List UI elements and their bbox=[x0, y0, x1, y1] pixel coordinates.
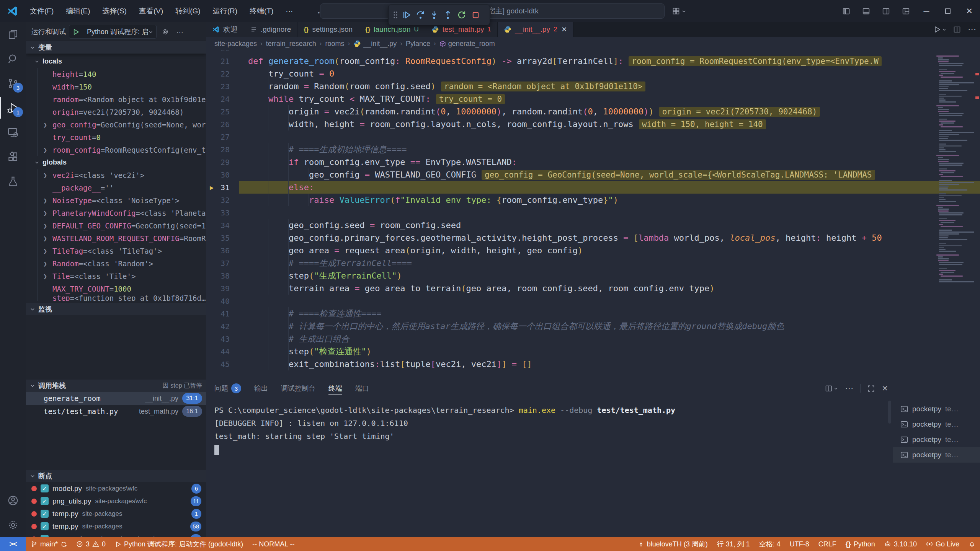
code-line[interactable]: 37# ====生成TerrainCell==== bbox=[206, 257, 980, 269]
minimap[interactable] bbox=[935, 51, 973, 379]
line-number[interactable]: 34 bbox=[206, 219, 239, 231]
line-number[interactable]: 33 bbox=[206, 206, 239, 219]
line-number[interactable]: 20 bbox=[206, 51, 239, 55]
line-number[interactable]: 38 bbox=[206, 269, 239, 282]
breakpoint-checkbox[interactable]: ✓ bbox=[41, 522, 49, 530]
start-debug-icon[interactable] bbox=[69, 25, 83, 38]
explorer-icon[interactable] bbox=[0, 22, 26, 47]
variable-row[interactable]: ❯DEFAULT_GEO_CONFIG = GeoConfig(seed=1… bbox=[38, 219, 206, 232]
code-line[interactable]: 21def generate_room(room_config: RoomReq… bbox=[206, 55, 980, 67]
code-line[interactable]: 40 bbox=[206, 295, 980, 307]
variable-row[interactable]: ❯vec2i = <class 'vec2i'> bbox=[38, 169, 206, 181]
split-terminal-icon[interactable] bbox=[825, 385, 838, 392]
testing-icon[interactable] bbox=[0, 169, 26, 194]
editor-more-actions-icon[interactable]: ⋯ bbox=[968, 24, 976, 34]
terminal-list-item[interactable]: pocketpyte… bbox=[893, 432, 980, 447]
source-control-icon[interactable]: 3 bbox=[0, 71, 26, 96]
menu-item[interactable]: 编辑(E) bbox=[60, 4, 95, 18]
toggle-sidebar-icon[interactable] bbox=[836, 0, 856, 22]
line-number[interactable]: 44 bbox=[206, 345, 239, 358]
code-line[interactable]: 33 bbox=[206, 206, 980, 219]
line-number[interactable]: 45 bbox=[206, 358, 239, 370]
callstack-frame[interactable]: generate_room__init__.py31:1 bbox=[26, 392, 206, 405]
editor-tab[interactable]: 欢迎 bbox=[206, 22, 244, 37]
toggle-secondary-sidebar-icon[interactable] bbox=[876, 0, 896, 22]
git-branch-status[interactable]: main* bbox=[26, 537, 72, 551]
code-line[interactable]: 23random = Random(room_config.seed)rando… bbox=[206, 80, 980, 93]
remote-explorer-icon[interactable] bbox=[0, 120, 26, 145]
breakpoint-checkbox[interactable]: ✓ bbox=[41, 510, 49, 518]
remote-indicator[interactable]: >< bbox=[0, 537, 26, 551]
line-number[interactable]: 30 bbox=[206, 168, 239, 181]
debug-step-out-button[interactable] bbox=[441, 7, 454, 23]
variable-row[interactable]: width = 150 bbox=[38, 80, 206, 93]
settings-gear-icon[interactable] bbox=[0, 513, 26, 537]
maximize-panel-icon[interactable] bbox=[867, 385, 875, 392]
line-number[interactable]: 28 bbox=[206, 143, 239, 156]
breakpoints-section-header[interactable]: 断点 bbox=[26, 470, 206, 482]
run-python-file-icon[interactable] bbox=[933, 26, 946, 33]
menu-item[interactable]: 转到(G) bbox=[170, 4, 206, 18]
debug-restart-button[interactable] bbox=[455, 7, 468, 23]
code-line[interactable]: 30geo_config = WASTELAND_GEO_CONFIGgeo_c… bbox=[206, 168, 980, 181]
encoding-status[interactable]: UTF-8 bbox=[785, 537, 814, 551]
line-number[interactable]: 32 bbox=[206, 194, 239, 206]
editor-tab[interactable]: .gdignore bbox=[244, 22, 297, 37]
terminal-scrollbar[interactable] bbox=[888, 401, 891, 424]
breakpoint-row[interactable]: ✓model.pysite-packages\wfc6 bbox=[26, 482, 206, 495]
code-line[interactable]: 42# 计算每一个出口的中心，然后使用astar生成路径，确保每一个出口组合都可… bbox=[206, 320, 980, 333]
breakpoint-row[interactable]: ✓temp.pysite-packages58 bbox=[26, 520, 206, 533]
line-number[interactable]: 37 bbox=[206, 257, 239, 269]
breadcrumb-item[interactable]: site-packages bbox=[214, 40, 257, 48]
drag-grip-icon[interactable] bbox=[392, 11, 399, 19]
line-number[interactable]: 29 bbox=[206, 156, 239, 168]
line-number[interactable]: 25 bbox=[206, 105, 239, 118]
debug-step-over-button[interactable] bbox=[414, 7, 427, 23]
extensions-icon[interactable] bbox=[0, 145, 26, 169]
variable-row[interactable]: ❯room_config = RoomRequestConfig(env_t… bbox=[38, 143, 206, 156]
code-line[interactable]: 26width, height = room_config.layout.n_c… bbox=[206, 118, 980, 130]
debug-more-actions-icon[interactable]: ⋯ bbox=[174, 28, 186, 36]
python-version-status[interactable]: 3.10.10 bbox=[880, 537, 921, 551]
menu-item[interactable]: 查看(V) bbox=[134, 4, 168, 18]
menu-item[interactable]: ··· bbox=[280, 5, 298, 18]
code-line[interactable]: 25origin = vec2i(random.randint(0, 10000… bbox=[206, 105, 980, 118]
close-tab-icon[interactable]: ✕ bbox=[561, 25, 567, 34]
watch-view[interactable] bbox=[26, 315, 206, 380]
debug-continue-button[interactable] bbox=[400, 7, 413, 23]
panel-tab[interactable]: 调试控制台 bbox=[281, 379, 315, 398]
code-line[interactable]: 20 bbox=[206, 51, 980, 55]
menu-item[interactable]: 终端(T) bbox=[244, 4, 279, 18]
variable-scope-locals[interactable]: locals bbox=[26, 55, 206, 68]
menu-item[interactable]: 选择(S) bbox=[97, 4, 132, 18]
code-editor[interactable]: 2021def generate_room(room_config: RoomR… bbox=[206, 51, 980, 379]
variables-section-header[interactable]: 变量 bbox=[26, 41, 206, 54]
breadcrumb-item[interactable]: terrain_research bbox=[266, 40, 316, 48]
code-line[interactable]: ▶31else: bbox=[206, 181, 980, 194]
code-line[interactable]: 43# 生成出口组合 bbox=[206, 333, 980, 345]
line-number[interactable]: 35 bbox=[206, 231, 239, 244]
variable-row[interactable]: ❯PlanetaryWindConfig = <class 'Planeta… bbox=[38, 207, 206, 219]
eol-status[interactable]: CRLF bbox=[814, 537, 841, 551]
variable-row[interactable]: origin = vec2i(7205730, 9024468) bbox=[38, 106, 206, 118]
window-close-button[interactable]: ✕ bbox=[959, 0, 980, 22]
breakpoint-row[interactable]: ✓temp.pysite-packages1 bbox=[26, 507, 206, 520]
debug-config-status[interactable]: Python 调试程序: 启动文件 (godot-ldtk) bbox=[110, 537, 248, 551]
breadcrumb-item[interactable]: rooms bbox=[325, 40, 344, 48]
run-debug-icon[interactable]: 1 bbox=[0, 96, 26, 120]
variable-row[interactable]: ❯Random = <class 'Random'> bbox=[38, 257, 206, 270]
code-line[interactable]: 36geo_area = request_area(origin, width,… bbox=[206, 244, 980, 257]
callstack-frame[interactable]: test/test_math.pytest_math.py16:1 bbox=[26, 405, 206, 418]
panel-tab[interactable]: 输出 bbox=[254, 379, 268, 398]
line-number[interactable]: 22 bbox=[206, 67, 239, 80]
variable-row[interactable]: ❯Tile = <class 'Tile'> bbox=[38, 270, 206, 282]
breakpoint-checkbox[interactable]: ✓ bbox=[41, 484, 49, 492]
split-editor-icon[interactable] bbox=[953, 26, 961, 33]
breadcrumb-item[interactable]: Pylance bbox=[406, 40, 430, 48]
code-line[interactable]: 29if room_config.env_type == EnvType.WAS… bbox=[206, 156, 980, 168]
layout-grid-icon[interactable] bbox=[672, 0, 686, 22]
language-mode-status[interactable]: {} Python bbox=[841, 537, 880, 551]
variable-row[interactable]: height = 140 bbox=[38, 68, 206, 80]
panel-more-actions-icon[interactable]: ⋯ bbox=[845, 383, 853, 393]
toggle-panel-icon[interactable] bbox=[856, 0, 876, 22]
